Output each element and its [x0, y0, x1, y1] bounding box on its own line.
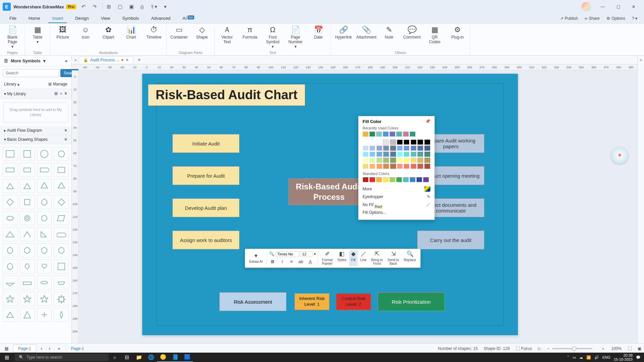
color-swatch[interactable]: [369, 152, 375, 157]
color-swatch[interactable]: [411, 158, 417, 163]
color-swatch[interactable]: [383, 177, 389, 182]
color-swatch[interactable]: [424, 164, 430, 169]
help-button[interactable]: ? ▾: [629, 15, 641, 22]
zoom-slider[interactable]: [552, 348, 592, 349]
color-swatch[interactable]: [404, 164, 410, 169]
color-swatch[interactable]: [403, 177, 409, 182]
color-swatch[interactable]: [369, 158, 375, 163]
color-swatch[interactable]: [417, 145, 423, 151]
color-swatch[interactable]: [423, 177, 429, 182]
ribbon-formula[interactable]: πFormula: [241, 25, 259, 50]
ribbon-table-[interactable]: ▦Table▾: [29, 25, 47, 50]
color-swatch[interactable]: [390, 152, 396, 157]
color-swatch[interactable]: [403, 131, 409, 137]
menu-advanced[interactable]: Advanced: [145, 14, 176, 23]
ribbon-vector-text[interactable]: ＡVectorText: [218, 25, 236, 50]
zoom-in[interactable]: ＋: [601, 346, 605, 352]
color-swatch[interactable]: [390, 158, 396, 163]
ftb-fill[interactable]: ◆Fill: [349, 250, 358, 266]
share-button[interactable]: ∞ Share: [581, 15, 603, 22]
mylib-dropzone[interactable]: Drag symbols here to add to My Library: [3, 102, 68, 123]
tray-notifications-icon[interactable]: 💬: [636, 355, 641, 360]
zoom-out[interactable]: −: [547, 346, 549, 351]
pagetab-next[interactable]: ›: [47, 346, 52, 352]
page-tab-1[interactable]: Page-1: [13, 345, 36, 353]
shape-swatch[interactable]: [20, 308, 35, 322]
box-inherent[interactable]: Inherent Risk Level: 1: [294, 293, 329, 310]
fill-options-row[interactable]: Fill Options...: [363, 209, 430, 216]
minimize-button[interactable]: —: [595, 1, 610, 12]
color-swatch[interactable]: [424, 152, 430, 157]
shape-swatch[interactable]: [54, 147, 69, 161]
color-swatch[interactable]: [363, 145, 369, 151]
color-swatch[interactable]: [363, 139, 369, 145]
eyedropper-row[interactable]: Eyedropper✎: [363, 193, 430, 200]
color-swatch[interactable]: [397, 158, 403, 163]
color-swatch[interactable]: [369, 177, 375, 182]
shape-swatch[interactable]: [37, 179, 52, 193]
box-assign[interactable]: Assign work to auditors: [172, 231, 239, 249]
ribbon-clipart[interactable]: ✿Clipart: [99, 25, 117, 50]
shape-swatch[interactable]: [54, 179, 69, 193]
ribbon-font-symbol-[interactable]: ΩFontSymbol▾: [264, 25, 282, 50]
shape-swatch[interactable]: [3, 179, 18, 193]
color-swatch[interactable]: [396, 177, 402, 182]
add-tab-button[interactable]: ＋: [137, 56, 142, 63]
color-swatch[interactable]: [376, 152, 382, 157]
color-swatch[interactable]: [376, 177, 382, 182]
more-colors-row[interactable]: More Red: [363, 185, 430, 193]
color-swatch[interactable]: [376, 164, 382, 169]
shape-swatch[interactable]: [54, 195, 69, 209]
italic-button[interactable]: I: [278, 258, 286, 265]
shape-swatch[interactable]: [3, 227, 18, 241]
shape-swatch[interactable]: [37, 147, 52, 161]
ftb-format[interactable]: ✐FormatPainter: [320, 250, 335, 266]
color-swatch[interactable]: [404, 139, 410, 145]
presentation-button[interactable]: ▷: [538, 346, 541, 351]
pagetab-menu-button[interactable]: ▤: [3, 346, 10, 352]
color-swatch[interactable]: [411, 139, 417, 145]
shape-swatch[interactable]: [20, 243, 35, 257]
font-select[interactable]: [276, 251, 299, 257]
shape-swatch[interactable]: [37, 276, 52, 290]
color-swatch[interactable]: [376, 145, 382, 151]
focus-button[interactable]: ⛶ Focus: [516, 346, 532, 351]
task-edraw[interactable]: 🟦: [181, 353, 193, 362]
color-swatch[interactable]: [404, 145, 410, 151]
shape-swatch[interactable]: [20, 259, 35, 274]
tray-volume-icon[interactable]: 🔊: [594, 355, 599, 360]
task-chrome[interactable]: 🟡: [157, 353, 169, 362]
box-control-selected[interactable]: Control Risk Level: 2: [336, 293, 371, 310]
ribbon-page-number-[interactable]: 📄PageNumber▾: [286, 25, 305, 50]
box-center-process[interactable]: Risk-Based Audit Process: [288, 178, 370, 205]
maximize-button[interactable]: ▢: [610, 1, 626, 12]
color-swatch[interactable]: [369, 131, 375, 137]
pagetab-prev[interactable]: ‹: [39, 346, 44, 352]
task-taskview[interactable]: ⊟: [121, 353, 133, 362]
qa-print-button[interactable]: ⎙: [139, 3, 145, 11]
color-swatch[interactable]: [383, 139, 389, 145]
color-swatch[interactable]: [363, 131, 369, 137]
tray-clock[interactable]: 20:3815-10-2023: [614, 353, 633, 361]
color-swatch[interactable]: [411, 164, 417, 169]
color-swatch[interactable]: [417, 139, 423, 145]
shape-swatch[interactable]: [54, 259, 69, 274]
task-cortana[interactable]: ○: [109, 353, 121, 362]
align-button[interactable]: ≡: [288, 258, 295, 265]
edraw-ai-button[interactable]: ✦Edraw AI: [247, 252, 265, 264]
options-button[interactable]: ⚙ Options: [603, 15, 629, 22]
tray-chevron-icon[interactable]: ˄: [567, 355, 569, 360]
shape-swatch[interactable]: [3, 211, 18, 225]
color-swatch[interactable]: [390, 164, 396, 169]
shape-swatch[interactable]: [54, 163, 69, 177]
shape-swatch[interactable]: [37, 163, 52, 177]
task-word[interactable]: 📘: [169, 353, 181, 362]
color-swatch[interactable]: [383, 158, 389, 163]
symbol-search-input[interactable]: [3, 69, 59, 77]
color-swatch[interactable]: [424, 145, 430, 151]
redo-button[interactable]: ↷: [91, 2, 98, 11]
shape-swatch[interactable]: [20, 211, 35, 225]
ribbon-chart[interactable]: 📊Chart: [122, 25, 140, 50]
qa-open-button[interactable]: ▢: [116, 2, 124, 11]
color-swatch[interactable]: [383, 131, 389, 137]
